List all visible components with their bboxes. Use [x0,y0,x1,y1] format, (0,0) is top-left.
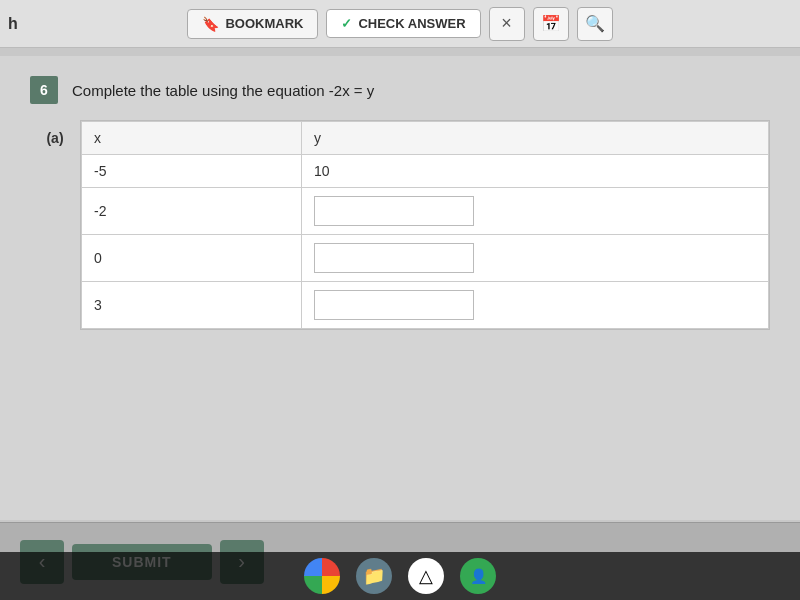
check-answer-button[interactable]: ✓ CHECK ANSWER [326,9,480,38]
docs-icon[interactable]: 👤 [460,558,496,594]
col-header-y: y [302,122,769,155]
close-button[interactable]: × [489,7,525,41]
x-value: -2 [82,188,302,235]
calendar-button[interactable]: 📅 [533,7,569,41]
table-header-row: x y [82,122,769,155]
y-cell[interactable] [302,235,769,282]
y-cell[interactable] [302,282,769,329]
app-title: h [8,15,18,33]
chrome-browser-icon[interactable] [304,558,340,594]
x-value: 3 [82,282,302,329]
calendar-icon: 📅 [541,14,561,33]
bookmark-label: BOOKMARK [225,16,303,31]
y-input-3[interactable] [314,290,474,320]
drive-icon[interactable]: △ [408,558,444,594]
search-button[interactable]: 🔍 [577,7,613,41]
y-cell[interactable] [302,188,769,235]
toolbar: h 🔖 BOOKMARK ✓ CHECK ANSWER × 📅 🔍 [0,0,800,48]
y-cell: 10 [302,155,769,188]
x-value: 0 [82,235,302,282]
question-text: Complete the table using the equation -2… [72,82,374,99]
col-header-x: x [82,122,302,155]
question-part: (a) x y -510-203 [30,120,770,330]
bookmark-icon: 🔖 [202,16,219,32]
answer-table: x y -510-203 [80,120,770,330]
y-input-1[interactable] [314,196,474,226]
table-row: 0 [82,235,769,282]
question-header: 6 Complete the table using the equation … [30,76,770,104]
table-row: -2 [82,188,769,235]
close-icon: × [501,13,512,34]
y-static-value: 10 [314,163,330,179]
main-content: 6 Complete the table using the equation … [0,56,800,520]
checkmark-icon: ✓ [341,16,352,31]
y-input-2[interactable] [314,243,474,273]
bookmark-button[interactable]: 🔖 BOOKMARK [187,9,318,39]
check-answer-label: CHECK ANSWER [358,16,465,31]
files-icon[interactable]: 📁 [356,558,392,594]
search-icon: 🔍 [585,14,605,33]
question-number: 6 [30,76,58,104]
table-row: -510 [82,155,769,188]
table-row: 3 [82,282,769,329]
chromebar: 📁 △ 👤 [0,552,800,600]
x-value: -5 [82,155,302,188]
part-label: (a) [30,130,80,146]
